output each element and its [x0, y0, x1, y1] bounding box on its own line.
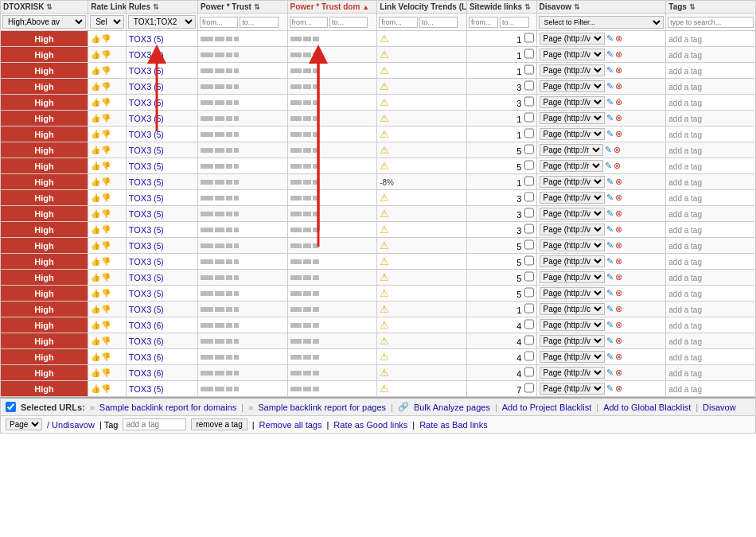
tox-link[interactable]: TOX3 [129, 98, 152, 107]
delete-icon[interactable]: ⊗ [615, 113, 622, 123]
tox-link[interactable]: TOX3 [129, 368, 152, 378]
tox-link[interactable]: TOX3 [129, 305, 152, 314]
rules-num-link[interactable]: (5) [154, 194, 163, 203]
delete-icon[interactable]: ⊗ [615, 256, 622, 267]
thumb-down-icon[interactable]: 👎 [101, 321, 111, 329]
tox-link[interactable]: TOX3 [129, 337, 152, 346]
tox-link[interactable]: TOX3 [129, 50, 152, 60]
filter-pow-trust[interactable] [197, 14, 287, 31]
rules-num-link[interactable]: (5) [154, 115, 163, 123]
delete-icon[interactable]: ⊗ [615, 320, 622, 330]
thumb-down-icon[interactable]: 👎 [101, 34, 111, 43]
disavow-select[interactable]: Page (http://r [540, 144, 603, 156]
disavow-select[interactable]: Page (http://v [540, 96, 605, 108]
disavow-select[interactable]: Page (http://v [540, 383, 605, 395]
disavow-select[interactable]: Page (http://v [540, 224, 605, 235]
disavow-link[interactable]: Disavow [703, 403, 736, 412]
rules-num-link[interactable]: (5) [154, 274, 163, 282]
rules-num-link[interactable]: (6) [154, 353, 163, 362]
disavow-select[interactable]: Page (http://v [540, 208, 605, 220]
dtox-filter-select[interactable]: High;Above av [2, 15, 86, 29]
tox-link[interactable]: TOX3 [129, 209, 152, 219]
thumb-up-icon[interactable]: 👍 [91, 146, 100, 154]
edit-icon[interactable]: ✎ [606, 368, 614, 378]
add-global-blacklist-link[interactable]: Add to Global Blacklist [603, 403, 691, 412]
delete-icon[interactable]: ⊗ [615, 336, 622, 346]
filter-pow-dom[interactable] [287, 14, 377, 31]
thumb-down-icon[interactable]: 👎 [101, 273, 111, 282]
rules-num-link[interactable]: (5) [154, 67, 163, 76]
add-tag-input[interactable] [123, 418, 186, 430]
rules-num-link[interactable]: (5) [154, 242, 163, 251]
thumb-down-icon[interactable]: 👎 [101, 82, 111, 91]
thumb-down-icon[interactable]: 👎 [101, 241, 111, 250]
tox-link[interactable]: TOX3 [129, 321, 152, 330]
lvt-from[interactable] [379, 17, 417, 28]
disavow-select[interactable]: Page (http://v [540, 351, 605, 363]
add-tag-label[interactable]: add a tag [668, 115, 702, 123]
thumb-down-icon[interactable]: 👎 [101, 368, 111, 377]
rules-num-link[interactable]: (5) [154, 146, 163, 155]
thumb-up-icon[interactable]: 👍 [91, 114, 100, 123]
thumb-down-icon[interactable]: 👎 [101, 289, 111, 298]
sitewide-checkbox[interactable] [524, 49, 534, 59]
add-tag-label[interactable]: add a tag [668, 226, 702, 235]
sitewide-checkbox[interactable] [524, 255, 534, 266]
thumb-up-icon[interactable]: 👍 [91, 130, 100, 138]
add-tag-label[interactable]: add a tag [668, 242, 702, 251]
add-tag-label[interactable]: add a tag [668, 321, 702, 330]
edit-icon[interactable]: ✎ [606, 177, 614, 187]
delete-icon[interactable]: ⊗ [615, 208, 622, 219]
sitewide-checkbox[interactable] [524, 367, 534, 377]
add-tag-label[interactable]: add a tag [668, 305, 702, 314]
tox-link[interactable]: TOX3 [129, 289, 152, 298]
add-tag-label[interactable]: add a tag [668, 146, 702, 155]
tox-link[interactable]: TOX3 [129, 34, 152, 44]
sitewide-checkbox[interactable] [524, 271, 534, 282]
delete-icon[interactable]: ⊗ [615, 33, 622, 44]
delete-icon[interactable]: ⊗ [614, 161, 621, 171]
sitewide-checkbox[interactable] [524, 335, 534, 345]
thumb-down-icon[interactable]: 👎 [101, 352, 111, 361]
add-tag-label[interactable]: add a tag [668, 210, 702, 219]
delete-icon[interactable]: ⊗ [615, 304, 622, 314]
rules-filter-select[interactable]: TOX1;TOX2 [128, 15, 196, 29]
edit-icon[interactable]: ✎ [606, 65, 614, 76]
sitewide-to[interactable] [500, 17, 529, 28]
pow-trust-from[interactable] [200, 17, 238, 28]
disavow-select[interactable]: Page (http://v [540, 271, 605, 283]
rules-num-link[interactable]: (6) [154, 51, 163, 60]
thumb-down-icon[interactable]: 👎 [101, 146, 111, 154]
col-rate[interactable]: Rate Link ⇅ [88, 1, 127, 14]
delete-icon[interactable]: ⊗ [615, 193, 622, 203]
thumb-down-icon[interactable]: 👎 [101, 98, 111, 107]
tox-link[interactable]: TOX3 [129, 241, 152, 251]
thumb-down-icon[interactable]: 👎 [101, 130, 111, 138]
tox-link[interactable]: TOX3 [129, 114, 152, 123]
filter-dtox[interactable]: High;Above av [1, 14, 88, 31]
rules-num-link[interactable]: (5) [154, 178, 163, 187]
edit-icon[interactable]: ✎ [606, 97, 614, 107]
rules-num-link[interactable]: (5) [154, 385, 163, 394]
select-all-checkbox[interactable] [6, 402, 16, 412]
add-tag-label[interactable]: add a tag [668, 99, 702, 107]
sitewide-checkbox[interactable] [524, 351, 534, 361]
delete-icon[interactable]: ⊗ [615, 81, 622, 91]
pow-trust-to[interactable] [240, 17, 278, 28]
thumb-up-icon[interactable]: 👍 [91, 352, 100, 361]
tox-link[interactable]: TOX3 [129, 161, 152, 171]
thumb-up-icon[interactable]: 👍 [91, 98, 100, 107]
tox-link[interactable]: TOX3 [129, 273, 152, 282]
col-rules[interactable]: Rules ⇅ [126, 1, 197, 14]
delete-icon[interactable]: ⊗ [615, 177, 622, 187]
disavow-select[interactable]: Page (http://v [540, 239, 605, 251]
filter-disavow[interactable]: Select to Filter... [536, 14, 666, 31]
sitewide-checkbox[interactable] [524, 128, 534, 138]
edit-icon[interactable]: ✎ [606, 336, 614, 346]
col-pow-dom[interactable]: Power * Trust dom ▲ [287, 1, 377, 14]
edit-icon[interactable]: ✎ [606, 49, 614, 60]
sitewide-from[interactable] [469, 17, 498, 28]
sitewide-checkbox[interactable] [524, 383, 534, 393]
sitewide-checkbox[interactable] [524, 208, 534, 218]
disavow-select[interactable]: Page (http://c [540, 303, 605, 315]
